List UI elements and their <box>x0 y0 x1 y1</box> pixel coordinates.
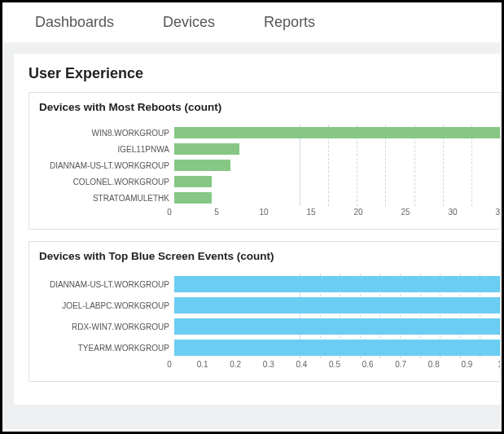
chart-row: IGEL11PNWA <box>39 141 500 157</box>
card-reboots-title: Devices with Most Reboots (count) <box>39 101 500 113</box>
x-tick: 0.4 <box>296 360 307 369</box>
x-tick: 5 <box>214 208 219 217</box>
nav-dashboards[interactable]: Dashboards <box>35 14 114 31</box>
x-tick: 0.7 <box>395 360 406 369</box>
chart-row: STRATOAMULETHK <box>39 190 500 206</box>
x-tick: 15 <box>306 208 315 217</box>
card-bluescreen-title: Devices with Top Blue Screen Events (cou… <box>39 250 500 262</box>
y-label: TYEARM.WORKGROUP <box>39 344 174 353</box>
chart-row: DIANNAM-US-LT.WORKGROUP <box>39 157 500 173</box>
chart-bluescreen: DIANNAM-US-LT.WORKGROUPJOEL-LABPC.WORKGR… <box>39 274 500 373</box>
top-nav: Dashboards Devices Reports <box>2 2 502 42</box>
y-label: DIANNAM-US-LT.WORKGROUP <box>39 280 174 289</box>
bar <box>174 297 500 313</box>
chart-row: WIN8.WORKGROUP <box>39 125 500 141</box>
x-tick: 25 <box>401 208 410 217</box>
y-label: JOEL-LABPC.WORKGROUP <box>39 301 174 310</box>
y-label: RDX-WIN7.WORKGROUP <box>39 322 174 331</box>
bar <box>174 127 500 138</box>
x-tick: 20 <box>353 208 362 217</box>
x-tick: 0.3 <box>263 360 274 369</box>
x-tick: 0.1 <box>197 360 208 369</box>
x-tick: 1 <box>497 360 501 369</box>
app-frame: Dashboards Devices Reports User Experien… <box>0 0 504 434</box>
y-label: WIN8.WORKGROUP <box>39 129 174 138</box>
x-tick: 10 <box>259 208 268 217</box>
x-tick: 35 <box>495 208 501 217</box>
bar <box>174 340 500 356</box>
y-label: IGEL11PNWA <box>39 145 174 154</box>
x-tick: 0.8 <box>428 360 440 369</box>
y-label: DIANNAM-US-LT.WORKGROUP <box>39 161 174 170</box>
x-tick: 0.5 <box>329 360 340 369</box>
x-tick: 0 <box>167 360 172 369</box>
card-reboots: Devices with Most Reboots (count) WIN8.W… <box>28 92 501 230</box>
x-tick: 0.6 <box>362 360 374 369</box>
x-tick: 0.9 <box>461 360 472 369</box>
bar <box>174 276 500 292</box>
nav-devices[interactable]: Devices <box>163 14 215 31</box>
chart-row: TYEARM.WORKGROUP <box>39 337 500 358</box>
bar <box>174 192 212 204</box>
panel-title: User Experience <box>28 65 502 82</box>
card-bluescreen: Devices with Top Blue Screen Events (cou… <box>28 241 501 382</box>
chart-row: COLONEL.WORKGROUP <box>39 173 500 190</box>
x-tick: 30 <box>448 208 457 217</box>
y-label: STRATOAMULETHK <box>39 194 174 203</box>
content-area: User Experience Devices with Most Reboot… <box>2 42 502 429</box>
chart-reboots: WIN8.WORKGROUPIGEL11PNWADIANNAM-US-LT.WO… <box>39 125 500 221</box>
bar <box>174 318 500 335</box>
nav-reports[interactable]: Reports <box>264 14 315 31</box>
x-tick: 0 <box>167 208 172 217</box>
y-label: COLONEL.WORKGROUP <box>39 178 174 186</box>
chart-row: DIANNAM-US-LT.WORKGROUP <box>39 274 500 295</box>
chart-row: JOEL-LABPC.WORKGROUP <box>39 295 500 316</box>
bar <box>174 143 239 155</box>
user-experience-panel: User Experience Devices with Most Reboot… <box>14 54 502 405</box>
bar <box>174 176 212 187</box>
bar <box>174 160 230 171</box>
x-tick: 0.2 <box>230 360 241 369</box>
chart-row: RDX-WIN7.WORKGROUP <box>39 316 500 337</box>
